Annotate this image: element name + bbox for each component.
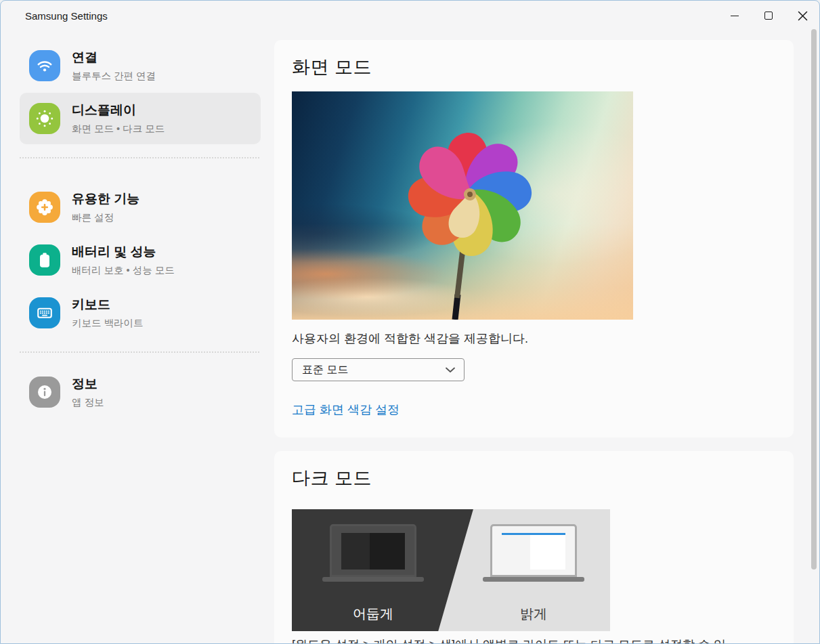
sidebar-item-title: 유용한 기능 bbox=[72, 190, 139, 208]
sidebar: 연결 블루투스 간편 연결 bbox=[1, 30, 274, 644]
battery-icon bbox=[29, 244, 60, 276]
sidebar-item-title: 키보드 bbox=[72, 296, 144, 314]
dark-mode-image: 어둡게 밝게 bbox=[292, 509, 610, 631]
sidebar-item-subtitle: 빠른 설정 bbox=[72, 211, 139, 224]
sidebar-item-title: 디스플레이 bbox=[72, 102, 165, 119]
sidebar-item-useful-features[interactable]: 유용한 기능 빠른 설정 bbox=[20, 181, 261, 233]
sidebar-divider bbox=[20, 157, 259, 158]
advanced-color-settings-link[interactable]: 고급 화면 색감 설정 bbox=[292, 402, 400, 418]
minimize-button[interactable] bbox=[718, 1, 752, 30]
close-icon bbox=[798, 11, 808, 21]
dark-mode-footer-text: [윈도우 설정 > 개인 설정 > 색]에서 앱별로 라이트 또는 다크 모드로… bbox=[292, 637, 776, 644]
sidebar-item-display[interactable]: 디스플레이 화면 모드 • 다크 모드 bbox=[20, 93, 261, 144]
window-controls bbox=[718, 1, 819, 30]
info-icon bbox=[29, 377, 60, 408]
screen-mode-card: 화면 모드 bbox=[274, 40, 794, 437]
sidebar-item-subtitle: 화면 모드 • 다크 모드 bbox=[72, 123, 165, 135]
screen-mode-image bbox=[292, 91, 633, 320]
dropdown-selected-value: 표준 모드 bbox=[302, 363, 348, 377]
sidebar-item-connections[interactable]: 연결 블루투스 간편 연결 bbox=[20, 40, 261, 91]
chevron-down-icon bbox=[445, 366, 456, 373]
minimize-icon bbox=[731, 16, 739, 16]
sidebar-item-subtitle: 키보드 백라이트 bbox=[72, 317, 144, 330]
sidebar-item-about[interactable]: 정보 앱 정보 bbox=[20, 366, 261, 418]
main-content: 화면 모드 bbox=[274, 30, 819, 644]
keyboard-icon bbox=[29, 297, 60, 328]
screen-mode-description: 사용자의 환경에 적합한 색감을 제공합니다. bbox=[292, 330, 776, 347]
window-title: Samsung Settings bbox=[25, 10, 108, 22]
sidebar-item-title: 연결 bbox=[72, 49, 156, 66]
sidebar-item-battery-performance[interactable]: 배터리 및 성능 배터리 보호 • 성능 모드 bbox=[20, 234, 261, 286]
scrollbar-thumb[interactable] bbox=[811, 29, 817, 570]
wifi-icon bbox=[29, 50, 60, 81]
sidebar-divider bbox=[20, 351, 259, 353]
sidebar-item-subtitle: 블루투스 간편 연결 bbox=[72, 70, 156, 83]
sidebar-item-title: 배터리 및 성능 bbox=[72, 243, 175, 261]
samsung-settings-window: Samsung Settings bbox=[0, 0, 820, 644]
dark-laptop-icon[interactable] bbox=[322, 524, 424, 582]
sun-icon bbox=[29, 103, 60, 134]
dark-mode-title: 다크 모드 bbox=[292, 466, 776, 490]
gear-icon bbox=[29, 192, 60, 223]
light-option-label: 밝게 bbox=[483, 605, 584, 623]
sidebar-item-keyboard[interactable]: 키보드 키보드 백라이트 bbox=[20, 287, 261, 339]
maximize-icon bbox=[764, 12, 773, 20]
sidebar-item-subtitle: 배터리 보호 • 성능 모드 bbox=[72, 264, 175, 277]
screen-mode-dropdown[interactable]: 표준 모드 bbox=[292, 358, 465, 381]
dark-option-label: 어둡게 bbox=[322, 605, 424, 623]
screen-mode-title: 화면 모드 bbox=[292, 55, 776, 79]
maximize-button[interactable] bbox=[752, 1, 785, 30]
light-laptop-icon[interactable] bbox=[483, 524, 584, 582]
pinwheel-illustration bbox=[292, 91, 633, 320]
titlebar: Samsung Settings bbox=[1, 1, 819, 30]
close-button[interactable] bbox=[785, 1, 819, 30]
sidebar-item-subtitle: 앱 정보 bbox=[72, 396, 104, 409]
sidebar-item-title: 정보 bbox=[72, 375, 104, 393]
dark-mode-card: 다크 모드 어둡게 밝게 [윈도우 설정 > 개인 설정 > 색]에서 앱별로 … bbox=[274, 451, 794, 644]
